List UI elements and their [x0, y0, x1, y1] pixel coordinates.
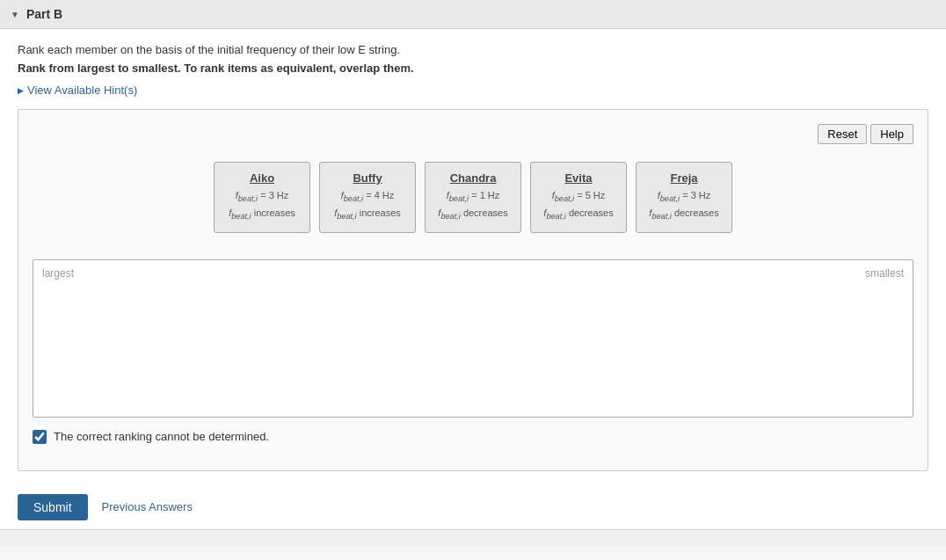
ranking-dropzone[interactable]: largest smallest — [33, 259, 913, 418]
card-chandra-formula: fbeat,i = 1 Hz fbeat,i decreases — [436, 188, 510, 223]
toolbar: Reset Help — [33, 124, 913, 144]
bottom-actions: Submit Previous Answers — [0, 485, 946, 529]
content-area: Rank each member on the basis of the ini… — [0, 29, 946, 485]
cannot-determine-row: The correct ranking cannot be determined… — [33, 430, 913, 444]
card-chandra[interactable]: Chandra fbeat,i = 1 Hz fbeat,i decreases — [425, 162, 521, 233]
cards-area: Aiko fbeat,i = 3 Hz fbeat,i increases Bu… — [33, 162, 913, 233]
card-aiko-formula: fbeat,i = 3 Hz fbeat,i increases — [225, 188, 299, 223]
collapse-chevron[interactable]: ▼ — [11, 10, 19, 19]
card-aiko-name: Aiko — [225, 171, 299, 185]
card-chandra-name: Chandra — [436, 171, 510, 185]
help-button[interactable]: Help — [870, 124, 913, 144]
ranking-box: Reset Help Aiko fbeat,i = 3 Hz fbeat,i i… — [18, 109, 928, 471]
instruction-line2: Rank from largest to smallest. To rank i… — [18, 62, 928, 75]
card-freja-name: Freja — [647, 171, 721, 185]
previous-answers-link[interactable]: Previous Answers — [102, 500, 193, 513]
part-title: Part B — [26, 7, 62, 21]
card-aiko[interactable]: Aiko fbeat,i = 3 Hz fbeat,i increases — [214, 162, 310, 233]
dropzone-label-smallest: smallest — [865, 267, 904, 280]
card-buffy[interactable]: Buffy fbeat,i = 4 Hz fbeat,i increases — [319, 162, 416, 233]
hint-link[interactable]: View Available Hint(s) — [18, 84, 928, 97]
submit-button[interactable]: Submit — [18, 494, 88, 520]
card-freja[interactable]: Freja fbeat,i = 3 Hz fbeat,i decreases — [636, 162, 732, 233]
reset-button[interactable]: Reset — [818, 124, 867, 144]
dropzone-label-largest: largest — [42, 267, 74, 280]
part-header: ▼ Part B — [0, 0, 946, 29]
cannot-determine-label: The correct ranking cannot be determined… — [54, 430, 269, 443]
card-evita-formula: fbeat,i = 5 Hz fbeat,i decreases — [542, 188, 615, 223]
bottom-bar — [0, 529, 946, 547]
card-buffy-formula: fbeat,i = 4 Hz fbeat,i increases — [331, 188, 404, 223]
card-evita[interactable]: Evita fbeat,i = 5 Hz fbeat,i decreases — [530, 162, 627, 233]
card-evita-name: Evita — [542, 171, 615, 185]
instruction-line1: Rank each member on the basis of the ini… — [18, 43, 928, 56]
card-freja-formula: fbeat,i = 3 Hz fbeat,i decreases — [647, 188, 721, 223]
card-buffy-name: Buffy — [331, 171, 404, 185]
cannot-determine-checkbox[interactable] — [33, 430, 47, 444]
hint-link-label: View Available Hint(s) — [27, 84, 137, 97]
